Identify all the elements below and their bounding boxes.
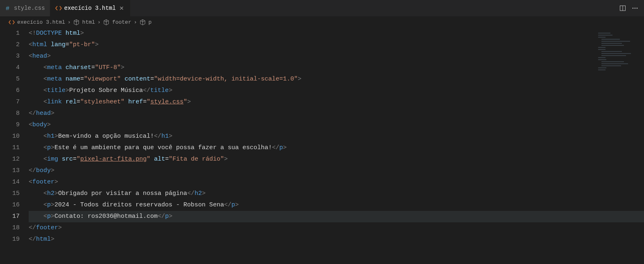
chevron-right-icon: › (97, 19, 101, 25)
svg-point-3 (633, 8, 634, 9)
breadcrumb-item[interactable]: html (82, 19, 95, 25)
hash-icon: # (5, 5, 11, 11)
svg-point-5 (637, 8, 638, 9)
cube-icon (73, 19, 80, 25)
editor-actions (619, 5, 644, 11)
chevron-right-icon: › (68, 19, 71, 25)
breadcrumb-item[interactable]: footer (112, 19, 131, 25)
cube-icon (140, 19, 146, 25)
cube-icon (103, 19, 110, 25)
svg-text:#: # (6, 5, 9, 11)
chevron-right-icon: › (134, 19, 137, 25)
close-icon[interactable] (118, 5, 125, 11)
svg-point-4 (635, 8, 636, 9)
tabs-bar: # style.css execício 3.html (0, 0, 644, 16)
split-editor-icon[interactable] (619, 5, 626, 11)
code-icon (55, 5, 62, 11)
code-editor[interactable]: 1<!DOCTYPE html> 2<html lang="pt-br"> 3<… (0, 28, 644, 245)
tab-label: style.css (14, 5, 45, 11)
breadcrumb-item[interactable]: p (149, 19, 152, 25)
breadcrumb-item[interactable]: execício 3.html (17, 19, 65, 25)
tab-execicio-html[interactable]: execício 3.html (50, 0, 130, 16)
code-icon (8, 19, 15, 25)
more-icon[interactable] (632, 5, 638, 11)
tab-style-css[interactable]: # style.css (0, 0, 50, 16)
minimap[interactable] (598, 33, 639, 82)
breadcrumb[interactable]: execício 3.html › html › footer › p (0, 16, 644, 28)
tab-label: execício 3.html (64, 5, 116, 11)
